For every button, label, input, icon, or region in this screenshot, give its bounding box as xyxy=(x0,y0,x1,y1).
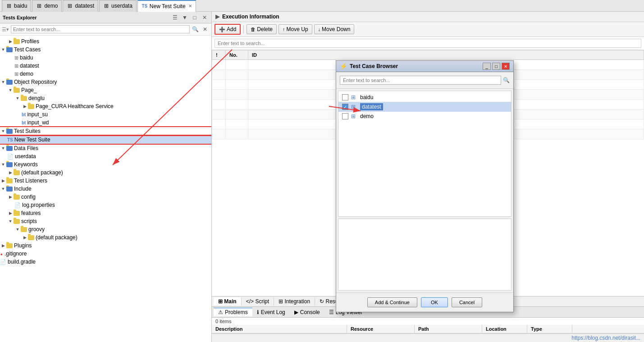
tree-label: Include xyxy=(14,186,32,192)
log-tab-problems[interactable]: ⚠ Problems xyxy=(214,308,252,316)
dialog-item-baidu[interactable]: ⊞ baidu xyxy=(338,93,511,102)
dialog-item-demo[interactable]: ⊞ demo xyxy=(338,112,511,121)
move-up-button[interactable]: ↑ Move Up xyxy=(279,24,312,34)
tree-item-new-test-suite[interactable]: TS New Test Suite xyxy=(0,136,211,144)
expand-icon[interactable]: ▼ xyxy=(0,46,6,53)
expand-icon[interactable]: ▶ xyxy=(7,169,14,176)
expand-icon[interactable]: ▼ xyxy=(0,145,6,151)
expand-icon[interactable]: ▶ xyxy=(0,178,6,184)
clear-search-button[interactable]: ✕ xyxy=(201,25,210,34)
tab-baidu[interactable]: ⊞ baidu xyxy=(2,0,31,12)
tree-label: Keywords xyxy=(14,161,38,168)
expand-icon[interactable]: ▼ xyxy=(7,87,14,93)
add-continue-button[interactable]: Add & Continue xyxy=(367,297,417,307)
tree-item-input-wd[interactable]: bt input_wd xyxy=(0,119,211,127)
move-down-button[interactable]: ↓ Move Down xyxy=(314,24,355,34)
expand-icon[interactable]: ▶ xyxy=(7,210,14,216)
tree-item-gitignore[interactable]: ⬥ .gitignore xyxy=(0,250,211,258)
checkbox-demo[interactable] xyxy=(342,113,348,119)
tree-item-test-cases[interactable]: ▼ Test Cases xyxy=(0,46,211,54)
dialog-item-datatest[interactable]: ✓ ⊞ datatest xyxy=(338,102,511,112)
tab-close-icon[interactable]: ✕ xyxy=(188,4,192,9)
expand-icon[interactable]: ▼ xyxy=(14,226,21,233)
tab-datatest[interactable]: ⊞ datatest xyxy=(63,0,98,12)
folder-icon xyxy=(6,178,13,183)
expand-icon[interactable]: ▶ xyxy=(22,103,28,109)
ok-button[interactable]: OK xyxy=(421,297,448,307)
tree-item-baidu[interactable]: ⊞ baidu xyxy=(0,54,211,62)
tab-main[interactable]: ⊞ Main xyxy=(214,297,242,306)
tab-demo[interactable]: ⊞ demo xyxy=(32,0,62,12)
dialog-minimize-button[interactable]: _ xyxy=(483,63,491,70)
dialog-search-input[interactable] xyxy=(340,76,501,85)
search-icon: 🔍 xyxy=(503,77,510,83)
ts-icon: TS xyxy=(142,3,148,9)
filter-dropdown-icon[interactable]: ☰▾ xyxy=(2,27,9,32)
tree-item-default-pkg2[interactable]: ▶ (default package) xyxy=(0,233,211,242)
tree-item-log-properties[interactable]: 📄 log.properties xyxy=(0,201,211,209)
delete-button[interactable]: 🗑 Delete xyxy=(247,24,277,34)
tree-item-page-cura[interactable]: ▶ Page_CURA Healthcare Service xyxy=(0,102,211,110)
expand-icon[interactable]: ▼ xyxy=(14,95,21,101)
tree-item-groovy[interactable]: ▼ groovy xyxy=(0,225,211,233)
dialog-close-button[interactable]: ✕ xyxy=(502,63,510,70)
cancel-button[interactable]: Cancel xyxy=(452,297,482,307)
tree-item-datatest[interactable]: ⊞ datatest xyxy=(0,62,211,70)
tab-script[interactable]: </> Script xyxy=(242,297,274,306)
expand-icon[interactable]: ▼ xyxy=(0,128,6,134)
filter-icon[interactable]: ▼ xyxy=(181,14,189,22)
expand-icon[interactable]: ▶ xyxy=(22,234,28,241)
tree-item-data-files[interactable]: ▼ Data Files xyxy=(0,144,211,152)
tab-userdata[interactable]: ⊞ userdata xyxy=(99,0,137,12)
tree-item-userdata[interactable]: 📄 userdata xyxy=(0,152,211,160)
folder-db-icon xyxy=(6,47,13,52)
tree-item-page[interactable]: ▼ Page_ xyxy=(0,86,211,94)
tree-item-scripts[interactable]: ▼ scripts xyxy=(0,217,211,225)
tree-search-input[interactable] xyxy=(11,25,190,33)
minimize-icon[interactable]: ☰ xyxy=(171,14,179,22)
col-resource: Resource xyxy=(347,325,415,333)
collapse-icon[interactable]: ▶ xyxy=(215,14,219,20)
dialog-restore-button[interactable]: □ xyxy=(492,63,500,70)
warning-icon: ⚠ xyxy=(218,309,223,315)
expand-icon[interactable]: ▶ xyxy=(0,242,6,249)
tree-item-default-pkg[interactable]: ▶ (default package) xyxy=(0,169,211,177)
tree-item-keywords[interactable]: ▼ Keywords xyxy=(0,160,211,169)
expand-icon[interactable]: ▼ xyxy=(0,79,6,85)
tree-item-demo[interactable]: ⊞ demo xyxy=(0,70,211,78)
dialog-footer: Add & Continue OK Cancel xyxy=(336,292,513,312)
checkbox-datatest[interactable]: ✓ xyxy=(342,104,348,110)
tree-item-object-repo[interactable]: ▼ Object Repository xyxy=(0,78,211,86)
tree-item-config[interactable]: ▶ config xyxy=(0,193,211,201)
table-search-input[interactable] xyxy=(215,39,641,48)
tree-item-test-listeners[interactable]: ▶ Test Listeners xyxy=(0,177,211,185)
log-tab-event-log[interactable]: ℹ Event Log xyxy=(252,308,290,316)
restore-icon[interactable]: □ xyxy=(191,14,199,22)
expand-icon[interactable]: ▼ xyxy=(0,186,6,192)
grid-icon: ⊞ xyxy=(6,3,12,9)
tab-integration[interactable]: ⊞ Integration xyxy=(274,297,315,306)
tree-label: features xyxy=(21,210,41,216)
expand-icon[interactable]: ▼ xyxy=(7,218,14,224)
close-icon[interactable]: ✕ xyxy=(201,14,209,22)
tree-item-input-su[interactable]: bt input_su xyxy=(0,110,211,119)
search-button[interactable]: 🔍 xyxy=(191,25,200,34)
tree-item-features[interactable]: ▶ features xyxy=(0,209,211,217)
expand-icon[interactable]: ▶ xyxy=(7,38,14,45)
tree-item-test-suites[interactable]: ▼ Test Suites xyxy=(0,127,211,135)
tree-item-build-gradle[interactable]: 📄 build.gradle xyxy=(0,258,211,266)
tree-item-include[interactable]: ▼ Include xyxy=(0,185,211,193)
tree-label: userdata xyxy=(15,153,36,160)
expand-icon[interactable]: ▼ xyxy=(0,161,6,168)
exec-info-header: ▶ Execution Information xyxy=(212,12,644,22)
tree-item-profiles[interactable]: ▶ Profiles xyxy=(0,37,211,46)
add-button[interactable]: ➕ Add xyxy=(215,24,241,35)
expand-icon[interactable]: ▶ xyxy=(7,194,14,200)
folder-icon xyxy=(14,39,20,44)
log-tab-console[interactable]: ▶ Console xyxy=(290,308,324,316)
tree-item-plugins[interactable]: ▶ Plugins xyxy=(0,242,211,250)
tree-item-denglu[interactable]: ▼ denglu xyxy=(0,94,211,102)
checkbox-baidu[interactable] xyxy=(342,94,348,100)
tree-label: build.gradle xyxy=(8,259,36,265)
tab-new-test-suite[interactable]: TS New Test Suite ✕ xyxy=(137,0,196,12)
